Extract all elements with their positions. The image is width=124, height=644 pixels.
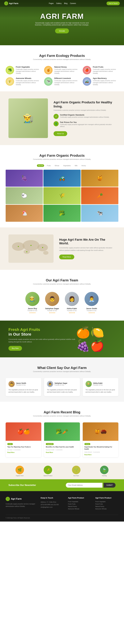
tab-see-all[interactable]: See All [37, 164, 44, 167]
organic-heading: Agri Farm Organic Products for Healthy l… [54, 100, 116, 108]
footer-contact-heading: Keep In Touch [41, 497, 64, 499]
footer-logo-icon: 🌿 [6, 497, 10, 501]
testimonial-role-3: Founder & Ceo [93, 384, 103, 386]
product-carrots[interactable]: 🥕 [81, 187, 118, 204]
team-role-3: Founder & Ceo [65, 310, 79, 312]
eco-icon-fruits: 🍎 [83, 66, 91, 74]
testimonial-text-3: The vegetables produced on the farm are … [86, 389, 116, 393]
ecology-grid: 🥦 Fresh Vegetable Continually supply pro… [6, 66, 118, 86]
blog-readmore-1[interactable]: Read More [7, 452, 40, 453]
blog-grid: 🍎🍊 Fruits Tips For Ripening Your Fruits … [6, 422, 118, 457]
blog-meta-1: Mr. Kauri 0 comments [7, 449, 40, 450]
blog-meta-2: Moureen Smith 0 comments [46, 449, 78, 450]
testimonial-avatar-3: 👨‍🌾 [86, 381, 92, 387]
nav-link-pages[interactable]: Pages [49, 2, 54, 4]
fruits-buy-button[interactable]: Buy Now [8, 346, 22, 351]
footer-link-2a[interactable]: Fresh Fruits [68, 503, 91, 505]
product-chickens[interactable]: 🐔 [6, 205, 43, 222]
map-read-more-button[interactable]: Read More [59, 254, 74, 259]
hero-subtitle: Dynamically supply web-enabled portals f… [32, 22, 92, 26]
footer-link-4a[interactable]: Awesome Wheats [68, 508, 91, 510]
ecology-subtext: Conveniently customize proactive service… [28, 58, 96, 60]
tab-vegetables[interactable]: Vegetables [62, 164, 72, 167]
eco-title-machinery: Agro Machinery [93, 77, 118, 79]
product-rice[interactable]: 🌾 [43, 187, 81, 204]
map-section: Huge Agri Farm We Are On The World. Conv… [0, 228, 124, 270]
prices-title: Fair Prices For You [60, 121, 116, 123]
hero-cta-button[interactable]: Donate [55, 28, 69, 33]
nav-link-blog[interactable]: Blog [64, 2, 67, 4]
footer-link-1b[interactable]: Fresh Vegetable [95, 501, 118, 502]
product-sheep[interactable]: 🐑 [6, 187, 43, 204]
product-cows[interactable]: 🐄 [81, 205, 118, 222]
logo: 🌿 Agri Farm [4, 2, 18, 5]
footer-phone: (073) 630-0995 and (15) 630 [41, 504, 64, 506]
eco-desc-honey: Continually supply proactive services ma… [54, 68, 80, 74]
map-heading: Huge Agri Farm We Are On The World. [59, 238, 116, 245]
tab-milk[interactable]: Milk [73, 164, 79, 167]
blog-title: Agri Farm Recent Blog Conveniently custo… [6, 404, 118, 420]
footer-email: info@agrifarm.com [41, 506, 64, 508]
footer-link-1a[interactable]: Fresh Vegetable [68, 501, 91, 502]
svg-point-9 [26, 251, 27, 252]
logo-text: Agri Farm [9, 2, 18, 4]
eco-item-vegetable: 🥦 Fresh Vegetable Continually supply pro… [6, 66, 41, 74]
blog-readmore-3[interactable]: Read More [84, 454, 117, 456]
newsletter-submit-button[interactable]: SUBMIT [104, 483, 116, 488]
products-section: Agri Farm Organic Products Conveniently … [0, 145, 124, 228]
newsletter-email-input[interactable] [66, 483, 102, 488]
ecology-title: Agri Farm Ecology Products Conveniently … [6, 48, 118, 63]
tab-honey[interactable]: Honey [80, 164, 87, 167]
nav-link-careers[interactable]: Careers [70, 2, 76, 4]
tab-wheat[interactable]: Wheat [54, 164, 60, 167]
team-grid: 👨‍🌾 Jason Roy Founder & Ceo ★★★★★ 👨 Sahi… [6, 292, 118, 314]
logo-icon: 🌿 [4, 2, 8, 5]
eco-item-machinery: 🚜 Agro Machinery Continually supply proa… [83, 77, 118, 86]
organic-subtext: Conveniently customize proactive service… [54, 110, 116, 111]
nav-link-gallery[interactable]: Gallery [56, 2, 62, 4]
blog-subtext: Conveniently customize proactive service… [28, 415, 96, 417]
footer-product2-heading: Agri Farm Product [95, 497, 118, 499]
testimonial-avatar-2: 👩 [47, 381, 53, 387]
eco-icon-wheat: 🌾 [6, 77, 14, 86]
team-stars-2: ★★★★★ [45, 312, 59, 314]
organic-about-button[interactable]: About Us [54, 131, 67, 136]
testimonial-3: 👨‍🌾 Abiha Kabir Founder & Ceo The vegeta… [83, 378, 118, 396]
footer-product2-links: Fresh Vegetable Fresh Fruits Natural Hon… [95, 501, 118, 510]
footer-link-3a[interactable]: Natural Honey [68, 506, 91, 507]
blog-image-2: 🥦🥕 [44, 422, 80, 441]
testimonial-text-2: The vegetables produced on the farm and … [47, 389, 77, 393]
eco-desc-fruits: Continually supply proactive services ma… [93, 68, 118, 74]
organic-section: 👨‍🌾 Agri Farm Organic Products for Healt… [0, 91, 124, 145]
fruits-subtext: Conveniently supply proactive services f… [8, 338, 76, 343]
blog-readmore-2[interactable]: Read More [46, 452, 78, 453]
blog-tag-3: Honey [84, 443, 90, 445]
blog-post-1: 🍎🍊 Fruits Tips For Ripening Your Fruits … [6, 422, 41, 457]
product-grid: 🍇 🚜 🍯 🐑 🌾 🥕 🐔 🥦 🐄 [6, 170, 118, 222]
organic-farmer-image: 👨‍🌾 [8, 98, 48, 138]
team-section: Our Agri Farm Team Conveniently customiz… [0, 270, 124, 320]
product-grapes[interactable]: 🍇 [6, 170, 43, 187]
blog-author-2: Moureen Smith [46, 449, 54, 450]
nav-links: Pages Gallery Blog Careers [49, 2, 76, 4]
eco-title-wheat: Awesome Wheats [16, 77, 41, 79]
eco-title-honey: Natural Honey [54, 66, 80, 68]
product-honey[interactable]: 🍯 [81, 170, 118, 187]
tab-fruits[interactable]: Fruits [46, 164, 52, 167]
testimonial-name-3: Abiha Kabir [93, 382, 103, 384]
footer-logo-text: Agri Farm [11, 498, 22, 500]
eco-desc-wheat: Continually supply proactive services ma… [16, 80, 41, 86]
footer-link-3b[interactable]: Natural Honey [95, 506, 118, 507]
footer-link-4b[interactable]: Awesome Wheats [95, 508, 118, 510]
badge-icon-1: 🌿 [15, 466, 24, 474]
newsletter-section: Subscribe Our Newsletter SUBMIT [0, 479, 124, 491]
footer-col-product1: Agri Farm Product Fresh Vegetable Fresh … [68, 497, 91, 510]
badge-icon-2: 🌾 [44, 466, 52, 474]
product-tractor[interactable]: 🚜 [43, 170, 81, 187]
fruits-image: 🍊🍋🍇🍎 [76, 326, 116, 352]
footer-address: Address: 17, Colby Drive [41, 501, 64, 504]
product-cabbage[interactable]: 🥦 [43, 205, 81, 222]
nav-cta-button[interactable]: Get In Touch [107, 2, 120, 5]
team-member-3: 👩 Abiha Kabir Founder & Ceo ★★★★★ [65, 292, 79, 314]
footer-link-2b[interactable]: Fresh Fruits [95, 503, 118, 505]
